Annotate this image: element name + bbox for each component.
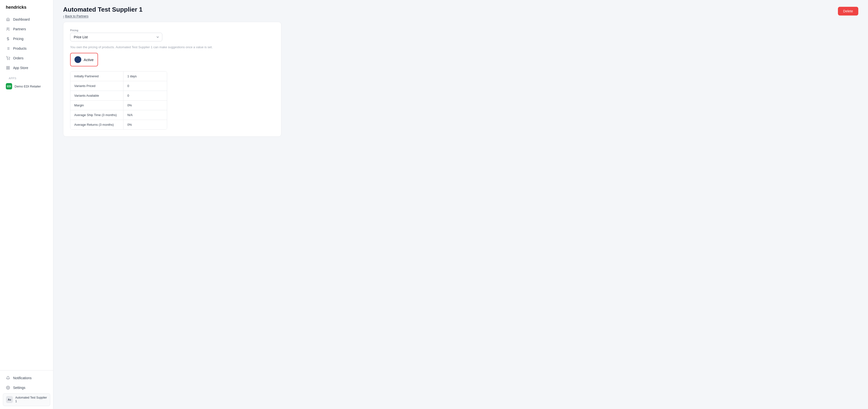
pricing-dropdown-select[interactable]: Price List (70, 33, 162, 41)
table-row: Average Ship Time (3 months) N/A (70, 110, 167, 120)
supplier-chip-name: Automated Test Supplier 1 (15, 396, 47, 403)
supplier-chip[interactable]: Au Automated Test Supplier 1 (3, 393, 50, 406)
stats-value-3: 0% (123, 101, 167, 110)
sidebar-item-partners[interactable]: Partners (3, 25, 50, 34)
active-label: Active (84, 58, 94, 62)
sidebar-label-orders: Orders (13, 56, 24, 60)
page-header: Automated Test Supplier 1 ‹ Back to Part… (53, 0, 868, 22)
list-icon (6, 46, 10, 50)
stats-key-3: Margin (70, 101, 123, 110)
sidebar-item-settings[interactable]: Settings (3, 383, 50, 392)
supplier-avatar: Au (6, 396, 13, 403)
sidebar-item-pricing[interactable]: Pricing (3, 34, 50, 43)
pricing-info-text: You own the pricing of products. Automat… (70, 45, 274, 49)
sidebar-label-app-store: App Store (13, 66, 28, 70)
table-row: Average Returns (3 months) 0% (70, 120, 167, 129)
table-row: Variants Priced 0 (70, 81, 167, 91)
stats-value-0: 1 days (123, 71, 167, 81)
sidebar: hendricks Dashboard Partners Pricing Pro… (0, 0, 53, 409)
sidebar-item-orders[interactable]: Orders (3, 54, 50, 63)
stats-table: Initially Partnered 1 days Variants Pric… (70, 71, 167, 130)
svg-point-14 (7, 387, 8, 388)
notifications-label: Notifications (13, 376, 32, 380)
pricing-dropdown-section: Pricing Price List (70, 29, 162, 41)
table-row: Variants Available 0 (70, 91, 167, 101)
table-row: Margin 0% (70, 101, 167, 110)
stats-value-1: 0 (123, 81, 167, 91)
bell-icon (6, 376, 10, 380)
svg-point-9 (9, 59, 9, 60)
table-row: Initially Partnered 1 days (70, 71, 167, 81)
stats-key-4: Average Ship Time (3 months) (70, 110, 123, 120)
grid-icon (6, 66, 10, 70)
home-icon (6, 17, 10, 22)
stats-key-1: Variants Priced (70, 81, 123, 91)
sidebar-item-notifications[interactable]: Notifications (3, 373, 50, 383)
main-content-area: Automated Test Supplier 1 ‹ Back to Part… (53, 0, 868, 409)
sidebar-item-app-store[interactable]: App Store (3, 63, 50, 72)
stats-key-5: Average Returns (3 months) (70, 120, 123, 129)
delete-button[interactable]: Delete (838, 7, 858, 15)
sidebar-label-partners: Partners (13, 27, 26, 31)
back-link-text: Back to Partners (65, 14, 88, 18)
sidebar-label-dashboard: Dashboard (13, 18, 30, 21)
sidebar-label-products: Products (13, 46, 26, 50)
svg-rect-11 (8, 66, 9, 68)
demo-edi-label: Demo EDI Retailer (14, 84, 41, 88)
chevron-left-icon: ‹ (63, 14, 64, 18)
demo-edi-badge: EDI (6, 83, 12, 90)
sidebar-item-dashboard[interactable]: Dashboard (3, 15, 50, 24)
stats-value-2: 0 (123, 91, 167, 100)
stats-value-5: 0% (123, 120, 167, 129)
svg-rect-10 (6, 66, 8, 68)
sidebar-label-pricing: Pricing (13, 37, 24, 41)
svg-rect-13 (6, 68, 8, 69)
svg-point-0 (7, 28, 8, 29)
stats-value-4: N/A (123, 110, 167, 120)
apps-section-label: Apps (3, 73, 50, 81)
partner-card: Pricing Price List You own the pricing o… (63, 22, 281, 137)
cart-icon (6, 56, 10, 60)
gear-icon (6, 385, 10, 390)
svg-rect-12 (8, 68, 9, 69)
sidebar-bottom: Notifications Settings Au Automated Test… (0, 370, 53, 409)
users-icon (6, 27, 10, 31)
active-toggle[interactable]: Active (70, 53, 98, 66)
app-logo: hendricks (0, 0, 53, 14)
settings-label: Settings (13, 386, 26, 389)
stats-key-0: Initially Partnered (70, 71, 123, 81)
page-title: Automated Test Supplier 1 (63, 6, 143, 13)
sidebar-item-demo-edi[interactable]: EDI Demo EDI Retailer (3, 81, 50, 91)
toggle-indicator (74, 56, 81, 63)
dollar-icon (6, 37, 10, 41)
sidebar-nav: Dashboard Partners Pricing Products Orde (0, 14, 53, 370)
stats-key-2: Variants Available (70, 91, 123, 100)
pricing-dropdown-label: Pricing (70, 29, 162, 32)
sidebar-item-products[interactable]: Products (3, 44, 50, 53)
back-to-partners-link[interactable]: ‹ Back to Partners (63, 14, 143, 18)
header-left: Automated Test Supplier 1 ‹ Back to Part… (63, 6, 143, 18)
page-body: Pricing Price List You own the pricing o… (53, 22, 868, 146)
